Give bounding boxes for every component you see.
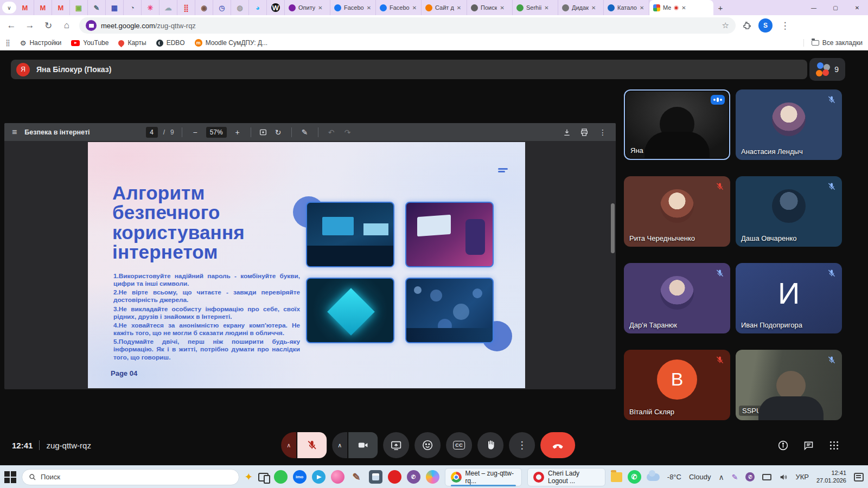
browser-menu-icon[interactable]: ⋮ <box>779 20 791 31</box>
paint-app-icon[interactable] <box>331 470 344 484</box>
address-bar[interactable]: meet.google.com/zug-qttw-rqz ☆ <box>79 17 736 34</box>
mic-toggle-button[interactable] <box>297 432 327 458</box>
pinned-tab[interactable]: ☁ <box>159 0 177 15</box>
pinned-tab[interactable]: M <box>16 0 34 15</box>
profile-avatar[interactable]: S <box>758 18 773 33</box>
more-options-button[interactable]: ⋮ <box>509 432 535 458</box>
pdf-zoom-level[interactable]: 57% <box>206 127 227 138</box>
imo-app-icon[interactable]: imo <box>293 470 307 484</box>
tab-search-chevron-icon[interactable]: ∨ <box>2 2 16 14</box>
telegram-app-icon[interactable] <box>312 470 326 484</box>
home-icon[interactable]: ⌂ <box>61 20 73 31</box>
bookmark-edbo[interactable]: EDBO <box>156 39 185 47</box>
notifications-icon[interactable] <box>854 473 864 481</box>
undo-icon[interactable]: ↶ <box>326 128 337 137</box>
pinned-tab[interactable]: ◍ <box>231 0 249 15</box>
browser-tab-active-meet[interactable]: Me ✕ <box>649 0 713 15</box>
participant-tile[interactable]: Даша Овчаренко <box>736 176 842 247</box>
bookmark-maps[interactable]: Карты <box>118 39 146 47</box>
pdf-scrollbar[interactable] <box>611 203 615 253</box>
captions-button[interactable]: CC <box>446 432 472 458</box>
annotate-pen-icon[interactable]: ✎ <box>299 128 310 137</box>
pinned-tab[interactable]: ◷ <box>213 0 231 15</box>
download-icon[interactable] <box>563 128 571 137</box>
network-icon[interactable] <box>762 474 771 480</box>
bookmark-star-icon[interactable]: ☆ <box>722 21 729 30</box>
camera-options-chevron[interactable]: ∧ <box>332 432 347 458</box>
pinned-tab[interactable]: W <box>267 0 285 15</box>
extensions-icon[interactable] <box>742 21 752 30</box>
tab-close-icon[interactable]: ✕ <box>412 5 417 11</box>
tab-close-icon[interactable]: ✕ <box>681 5 686 11</box>
zoom-in-icon[interactable]: + <box>232 128 243 137</box>
tab-close-icon[interactable]: ✕ <box>457 5 461 11</box>
tab-close-icon[interactable]: ✕ <box>544 5 548 11</box>
window-close-button[interactable]: ✕ <box>846 0 868 15</box>
tab-close-icon[interactable]: ✕ <box>367 5 371 11</box>
taskbar-search[interactable]: Поиск <box>22 469 239 485</box>
chat-icon[interactable] <box>803 440 814 451</box>
kmplayer-app-icon[interactable] <box>388 470 401 484</box>
pinned-tab[interactable]: ◔ <box>124 0 142 15</box>
rotate-icon[interactable]: ↻ <box>273 128 284 137</box>
pinned-tab[interactable]: ◕ <box>249 0 267 15</box>
pen-app-icon[interactable]: ✎ <box>350 470 363 484</box>
zoom-out-icon[interactable]: − <box>190 128 201 137</box>
apps-grid-icon[interactable]: ⣿ <box>5 39 10 47</box>
browser-tab[interactable]: Facebo✕ <box>376 0 422 15</box>
pinned-tab[interactable]: ▣ <box>70 0 88 15</box>
window-minimize-button[interactable]: — <box>803 0 825 15</box>
bookmark-moodle[interactable]: mMoodle СумДПУ: Д... <box>195 39 267 47</box>
activities-grid-icon[interactable] <box>828 440 840 451</box>
participant-tile[interactable]: Яна Білокур <box>624 89 730 160</box>
tray-chevron-icon[interactable]: ∧ <box>718 473 724 481</box>
taskbar-window-opera[interactable]: Cheri Lady Logout ... <box>527 468 605 486</box>
viber-app-icon[interactable]: ✆ <box>407 470 420 484</box>
participant-tile[interactable]: Анастасия Лендыч <box>736 89 842 160</box>
back-icon[interactable]: ← <box>5 20 17 31</box>
participant-tile[interactable]: SSPU A.S. Makarenko <box>736 350 842 420</box>
bookmark-settings[interactable]: ⚙Настройки <box>20 39 62 47</box>
calculator-app-icon[interactable] <box>369 470 382 484</box>
pdf-page-input[interactable]: 4 <box>146 127 158 138</box>
pdf-more-icon[interactable]: ⋮ <box>597 128 608 137</box>
tab-close-icon[interactable]: ✕ <box>318 5 322 11</box>
participant-tile[interactable]: В Віталій Скляр <box>624 350 730 420</box>
browser-tab[interactable]: Опиту✕ <box>285 0 330 15</box>
redo-icon[interactable]: ↷ <box>342 128 353 137</box>
tray-viber-icon[interactable]: ✆ <box>745 472 755 481</box>
forward-icon[interactable]: → <box>24 20 36 31</box>
reactions-button[interactable] <box>414 432 441 458</box>
camera-toggle-button[interactable] <box>348 432 378 458</box>
volume-icon[interactable] <box>779 473 788 481</box>
participants-count-badge[interactable]: 9 <box>809 58 845 81</box>
bookmark-youtube[interactable]: YouTube <box>71 39 108 47</box>
browser-tab[interactable]: Facebo✕ <box>330 0 376 15</box>
copilot-app-icon[interactable] <box>426 470 439 484</box>
file-explorer-icon[interactable] <box>611 472 622 482</box>
start-button[interactable] <box>4 471 16 483</box>
participant-tile[interactable]: И Иван Подопригора <box>736 263 842 333</box>
language-indicator[interactable]: УКР <box>795 473 809 481</box>
participant-tile[interactable]: Дар'я Таранюк <box>624 263 730 333</box>
end-call-button[interactable] <box>540 432 575 458</box>
pinned-tab[interactable]: ✳ <box>142 0 159 15</box>
weather-temp[interactable]: -8°C <box>667 473 681 481</box>
browser-tab[interactable]: Сайт д✕ <box>422 0 467 15</box>
new-tab-button[interactable]: + <box>713 1 727 15</box>
browser-tab[interactable]: Катало✕ <box>604 0 649 15</box>
mic-options-chevron[interactable]: ∧ <box>281 432 296 458</box>
taskbar-window-chrome-meet[interactable]: Meet – zug-qttw-rq... <box>445 468 522 486</box>
weather-desc[interactable]: Cloudy <box>689 473 711 481</box>
tab-close-icon[interactable]: ✕ <box>500 5 504 11</box>
reload-icon[interactable]: ↻ <box>42 20 54 31</box>
window-maximize-button[interactable]: ▢ <box>825 0 846 15</box>
pinned-tab[interactable]: ⣿ <box>177 0 195 15</box>
task-view-icon[interactable] <box>258 473 268 481</box>
present-screen-button[interactable] <box>383 432 409 458</box>
all-bookmarks-button[interactable]: Все закладки <box>803 39 863 47</box>
tab-close-icon[interactable]: ✕ <box>640 5 644 11</box>
tab-close-icon[interactable]: ✕ <box>591 5 596 11</box>
pinned-tab[interactable]: M <box>52 0 70 15</box>
tray-pen-icon[interactable]: ✎ <box>732 473 738 481</box>
